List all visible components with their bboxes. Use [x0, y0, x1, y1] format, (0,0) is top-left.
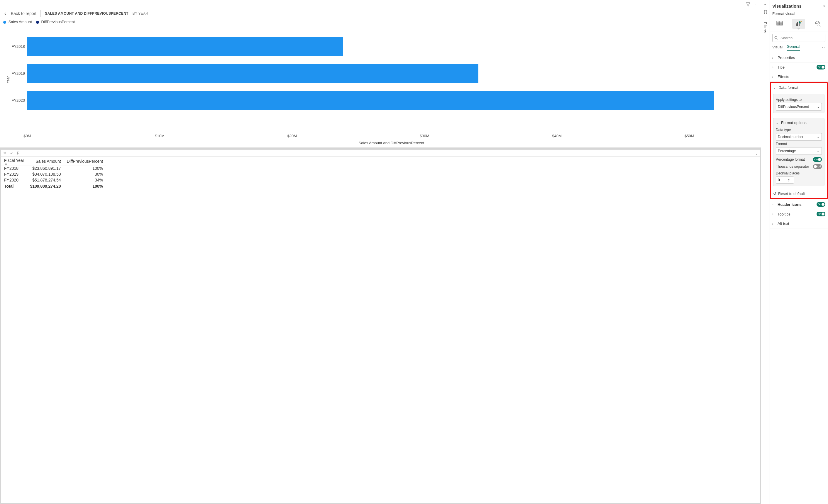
chart-xtick: $10M: [155, 134, 165, 138]
section-header-icons[interactable]: ›Header icons On: [770, 200, 828, 209]
svg-line-14: [777, 38, 778, 40]
section-alt-text[interactable]: ›Alt text: [770, 219, 828, 228]
apply-settings-select[interactable]: DiffPreviousPercent⌄: [776, 103, 822, 111]
more-icon[interactable]: ···: [753, 2, 758, 7]
decimal-places-stepper[interactable]: ▲▼: [776, 176, 794, 183]
chart-bar[interactable]: [27, 64, 479, 83]
chevron-down-icon: ⌄: [817, 149, 820, 153]
chart-category: FY2020: [11, 87, 27, 114]
divider: [40, 10, 41, 17]
fx-icon[interactable]: fx: [15, 151, 22, 155]
col-diff-prev[interactable]: DiffPreviousPercent: [64, 157, 106, 165]
svg-rect-10: [800, 21, 802, 23]
chart-xtick: $30M: [420, 134, 429, 138]
visualizations-pane: Visualizations » Format visual: [770, 0, 828, 504]
section-tooltips[interactable]: ›Tooltips On: [770, 209, 828, 219]
svg-point-13: [775, 36, 777, 39]
collapse-left-icon[interactable]: «: [764, 2, 767, 6]
thousands-sep-label: Thousands separator: [776, 165, 809, 169]
bookmark-icon[interactable]: [763, 10, 768, 14]
tab-visual[interactable]: Visual: [772, 45, 783, 51]
section-properties[interactable]: ›Properties: [770, 53, 828, 62]
legend-swatch-diff: [36, 21, 39, 24]
legend-item-sales: Sales Amount: [3, 19, 32, 24]
viz-header: Visualizations »: [770, 0, 828, 11]
format-options-group: ⌄Format options Data type Decimal number…: [773, 118, 825, 186]
toggle-pct-format[interactable]: On: [813, 157, 822, 162]
viz-mode-row: [770, 17, 828, 31]
tab-more-icon[interactable]: ···: [820, 45, 825, 51]
formula-bar: ✕ ✓ fx ⌄: [1, 149, 760, 157]
format-select[interactable]: Percentage⌄: [776, 147, 822, 155]
chart-xaxis: $0M$10M$20M$30M$40M$50M: [27, 134, 755, 139]
toggle-title[interactable]: On: [817, 65, 825, 70]
chart-ylabel: Year: [6, 76, 10, 83]
viz-tabs: Visual General ···: [770, 44, 828, 53]
data-type-select[interactable]: Decimal number⌄: [776, 133, 822, 141]
back-label: Back to report: [11, 11, 36, 16]
legend-swatch-sales: [3, 21, 6, 24]
format-visual-icon[interactable]: [792, 19, 805, 29]
data-format-highlight: ⌄Data format Apply settings to DiffPrevi…: [770, 82, 828, 199]
filter-icon[interactable]: [746, 2, 751, 7]
step-down-icon[interactable]: ▼: [788, 180, 790, 182]
analytics-icon[interactable]: [812, 19, 825, 29]
chart-bar[interactable]: [27, 91, 714, 110]
chevron-right-icon: ›: [772, 203, 776, 206]
report-toolbar: ···: [0, 0, 761, 8]
section-title[interactable]: ›Title On: [770, 62, 828, 72]
data-table-section: ✕ ✓ fx ⌄ Fiscal Year▲ Sales Amount DiffP…: [0, 148, 761, 504]
chart-categories: FY2018FY2019FY2020: [11, 27, 27, 132]
back-to-report[interactable]: ‹ Back to report: [4, 11, 36, 16]
viz-search[interactable]: [772, 34, 825, 42]
build-visual-icon[interactable]: [773, 19, 786, 29]
expand-right-icon[interactable]: »: [823, 4, 825, 8]
decimal-places-label: Decimal places: [776, 171, 822, 175]
data-table: Fiscal Year▲ Sales Amount DiffPreviousPe…: [1, 157, 106, 189]
cancel-formula-icon[interactable]: ✕: [1, 151, 8, 155]
table-row[interactable]: FY2019$34,070,108.5030%: [1, 171, 106, 177]
table-row[interactable]: FY2018$23,860,891.17100%: [1, 165, 106, 171]
viz-title: Visualizations: [772, 3, 801, 8]
chart-xtick: $40M: [552, 134, 562, 138]
reset-to-default[interactable]: ↺ Reset to default: [771, 189, 827, 198]
chevron-right-icon: ›: [772, 56, 776, 59]
section-effects[interactable]: ›Effects: [770, 72, 828, 81]
filters-rail[interactable]: « Filters: [761, 0, 770, 504]
svg-rect-9: [799, 23, 799, 26]
chart-xtick: $20M: [287, 134, 297, 138]
toggle-tooltips[interactable]: On: [817, 212, 825, 216]
toggle-header-icons[interactable]: On: [817, 202, 825, 207]
step-up-icon[interactable]: ▲: [788, 178, 790, 180]
chart-category: FY2019: [11, 60, 27, 87]
chart-xtick: $0M: [24, 134, 31, 138]
viz-search-input[interactable]: [780, 36, 828, 40]
chevron-down-icon: ⌄: [817, 105, 820, 109]
report-area: ··· ‹ Back to report SALES AMOUNT AND DI…: [0, 0, 761, 504]
chart-bars: [27, 27, 755, 132]
col-fiscal-year[interactable]: Fiscal Year▲: [1, 157, 27, 165]
toggle-thousands-sep[interactable]: Off: [813, 164, 822, 169]
breadcrumb-title: SALES AMOUNT AND DIFFPREVIOUSPERCENT: [45, 11, 128, 15]
formula-dropdown-icon[interactable]: ⌄: [753, 151, 760, 155]
chart-bar[interactable]: [27, 37, 343, 56]
format-options-head[interactable]: ⌄Format options: [776, 121, 822, 127]
app-root: ··· ‹ Back to report SALES AMOUNT AND DI…: [0, 0, 828, 504]
chevron-down-icon: ⌄: [817, 135, 820, 139]
formula-input[interactable]: [22, 150, 753, 157]
viz-sections: ›Properties ›Title On ›Effects ⌄Data for…: [770, 53, 828, 504]
report-header: ‹ Back to report SALES AMOUNT AND DIFFPR…: [0, 8, 761, 19]
section-data-format[interactable]: ⌄Data format: [771, 83, 827, 92]
accept-formula-icon[interactable]: ✓: [8, 151, 15, 155]
chart-xlabel: Sales Amount and DiffPreviousPercent: [27, 141, 755, 145]
legend-item-diff: DiffPreviousPercent: [36, 19, 75, 24]
table-row[interactable]: FY2020$51,878,274.5434%: [1, 177, 106, 183]
apply-settings-label: Apply settings to: [776, 98, 822, 102]
col-sales-amount[interactable]: Sales Amount: [27, 157, 64, 165]
apply-settings-group: Apply settings to DiffPreviousPercent⌄: [773, 94, 825, 113]
format-label: Format: [776, 142, 822, 146]
chevron-right-icon: ›: [772, 75, 776, 79]
decimal-places-input[interactable]: [776, 178, 788, 182]
tab-general[interactable]: General: [787, 44, 800, 51]
chart-xtick: $50M: [685, 134, 694, 138]
